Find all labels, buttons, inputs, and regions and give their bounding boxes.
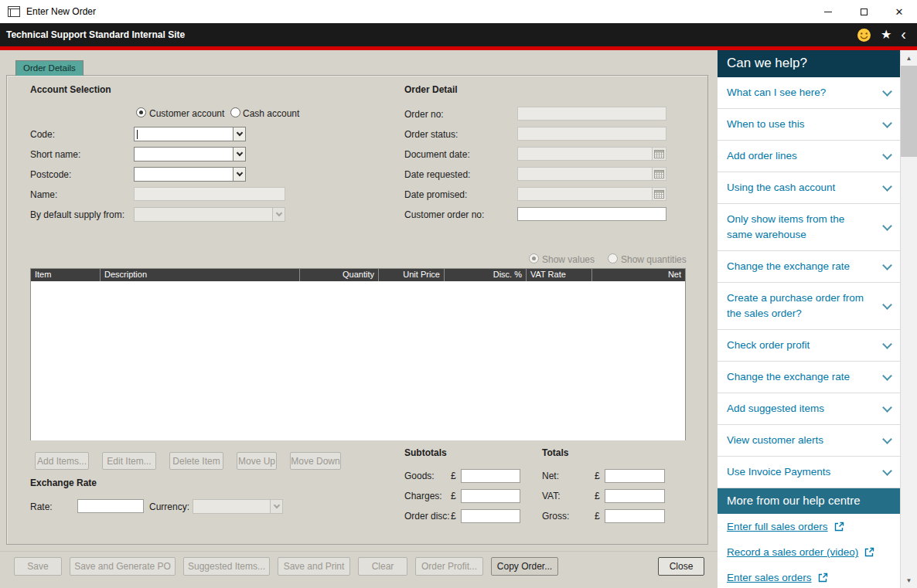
code-label: Code: — [30, 129, 55, 140]
order-status-label: Order status: — [404, 129, 458, 140]
help-topic-add-order-lines[interactable]: Add order lines — [718, 141, 900, 172]
close-icon: ✕ — [895, 7, 904, 17]
edit-item-button[interactable]: Edit Item... — [102, 452, 156, 470]
items-grid: Item Description Quantity Unit Price Dis… — [30, 268, 686, 440]
scroll-down-button[interactable]: ▼ — [901, 573, 917, 588]
gross-value-field — [605, 509, 665, 523]
column-header-quantity: Quantity — [299, 269, 378, 281]
add-items-button[interactable]: Add Items... — [35, 452, 89, 470]
show-values-label: Show values — [542, 254, 595, 265]
order-disc-value-field — [461, 509, 520, 523]
date-promised-field[interactable] — [517, 187, 666, 201]
exchange-rate-title: Exchange Rate — [30, 478, 97, 488]
calendar-picker-button[interactable] — [652, 147, 666, 161]
chevron-down-icon — [882, 371, 892, 381]
site-banner: Technical Support Standard Internal Site… — [0, 23, 917, 46]
help-topic-same-warehouse[interactable]: Only show items from the same warehouse — [718, 204, 900, 251]
postcode-combo[interactable] — [134, 167, 246, 182]
date-requested-label: Date requested: — [404, 169, 470, 180]
customer-account-radio[interactable] — [136, 107, 146, 117]
order-profit-button[interactable]: Order Profit... — [415, 557, 483, 576]
calendar-picker-button[interactable] — [652, 167, 666, 181]
document-date-field[interactable] — [517, 147, 666, 161]
document-date-label: Document date: — [404, 149, 470, 160]
cash-account-radio[interactable] — [230, 107, 240, 117]
help-link-record-sales-order-video[interactable]: Record a sales order (video) — [718, 539, 900, 565]
currency-dropdown-button[interactable] — [270, 499, 283, 514]
customer-order-no-field[interactable] — [517, 207, 666, 221]
move-up-button[interactable]: Move Up — [237, 452, 277, 470]
favorite-star-icon[interactable]: ★ — [881, 29, 891, 41]
help-topic-order-profit[interactable]: Check order profit — [718, 330, 900, 362]
help-topic-cash-account[interactable]: Using the cash account — [718, 172, 900, 204]
code-combo[interactable] — [134, 127, 246, 141]
postcode-label: Postcode: — [30, 169, 71, 180]
help-topic-suggested-items[interactable]: Add suggested items — [718, 393, 900, 425]
currency-symbol: £ — [595, 511, 600, 522]
supply-from-dropdown-button[interactable] — [272, 207, 285, 222]
currency-combo[interactable] — [193, 499, 283, 514]
minimize-icon — [824, 12, 832, 12]
save-button[interactable]: Save — [14, 557, 62, 576]
scrollbar-thumb[interactable] — [901, 66, 917, 157]
column-header-vat-rate: VAT Rate — [526, 269, 591, 281]
show-values-radio[interactable] — [529, 253, 539, 263]
currency-symbol: £ — [451, 511, 456, 522]
vertical-scrollbar[interactable]: ▲ ▼ — [900, 50, 917, 588]
help-panel-title: Can we help? — [718, 50, 900, 77]
calendar-icon — [654, 169, 664, 178]
column-header-unit-price: Unit Price — [378, 269, 444, 281]
save-and-generate-po-button[interactable]: Save and Generate PO — [70, 557, 176, 576]
code-dropdown-button[interactable] — [233, 127, 246, 141]
postcode-dropdown-button[interactable] — [233, 167, 246, 182]
suggested-items-button[interactable]: Suggested Items... — [183, 557, 270, 576]
help-link-enter-full-sales-orders[interactable]: Enter full sales orders — [718, 514, 900, 539]
close-button[interactable]: ✕ — [881, 0, 917, 23]
maximize-button[interactable] — [846, 0, 881, 23]
smiley-feedback-icon[interactable] — [857, 28, 871, 42]
chevron-down-icon — [882, 300, 892, 310]
chevron-down-icon — [882, 87, 892, 97]
main-area: Order Details Account Selection Customer… — [0, 50, 718, 588]
order-form-panel: Account Selection Customer account Cash … — [6, 75, 708, 545]
show-quantities-radio[interactable] — [608, 253, 618, 263]
scroll-up-button[interactable]: ▲ — [901, 50, 917, 66]
copy-order-button[interactable]: Copy Order... — [491, 557, 558, 576]
supply-from-combo[interactable] — [134, 207, 285, 222]
help-topic-invoice-payments[interactable]: Use Invoice Payments — [718, 457, 900, 488]
move-down-button[interactable]: Move Down — [290, 452, 341, 470]
clear-button[interactable]: Clear — [358, 557, 407, 576]
help-topic-customer-alerts[interactable]: View customer alerts — [718, 425, 900, 457]
rate-label: Rate: — [30, 501, 53, 512]
help-topic-exchange-rate-2[interactable]: Change the exchange rate — [718, 362, 900, 393]
name-field[interactable] — [134, 187, 285, 201]
help-link-enter-sales-orders[interactable]: Enter sales orders — [718, 565, 900, 588]
order-no-field[interactable] — [517, 107, 666, 121]
subtotals-title: Subtotals — [404, 447, 447, 458]
close-order-button[interactable]: Close — [658, 557, 704, 576]
goods-label: Goods: — [404, 471, 435, 481]
items-grid-body[interactable] — [31, 281, 685, 440]
collapse-panel-icon[interactable]: ‹ — [901, 26, 906, 42]
minimize-button[interactable] — [810, 0, 846, 23]
currency-symbol: £ — [595, 471, 600, 481]
external-link-icon — [864, 547, 874, 557]
charges-row: Charges: £ — [404, 489, 520, 504]
help-topic-purchase-order[interactable]: Create a purchase order from the sales o… — [718, 283, 900, 330]
rate-field[interactable] — [77, 499, 144, 513]
delete-item-button[interactable]: Delete Item — [169, 452, 223, 470]
tab-order-details[interactable]: Order Details — [15, 60, 84, 76]
order-status-field[interactable] — [517, 127, 666, 141]
save-and-print-button[interactable]: Save and Print — [278, 557, 350, 576]
calendar-picker-button[interactable] — [652, 187, 666, 201]
help-topic-when-to-use[interactable]: When to use this — [718, 109, 900, 141]
short-name-dropdown-button[interactable] — [233, 147, 246, 161]
currency-label: Currency: — [149, 501, 189, 512]
help-topic-what-can-i-see[interactable]: What can I see here? — [718, 77, 900, 109]
short-name-combo[interactable] — [134, 147, 246, 161]
help-more-title: More from our help centre — [718, 488, 900, 514]
help-topic-exchange-rate-1[interactable]: Change the exchange rate — [718, 251, 900, 283]
vat-row: VAT: £ — [542, 489, 671, 504]
date-requested-field[interactable] — [517, 167, 666, 181]
chevron-down-icon — [882, 182, 892, 192]
